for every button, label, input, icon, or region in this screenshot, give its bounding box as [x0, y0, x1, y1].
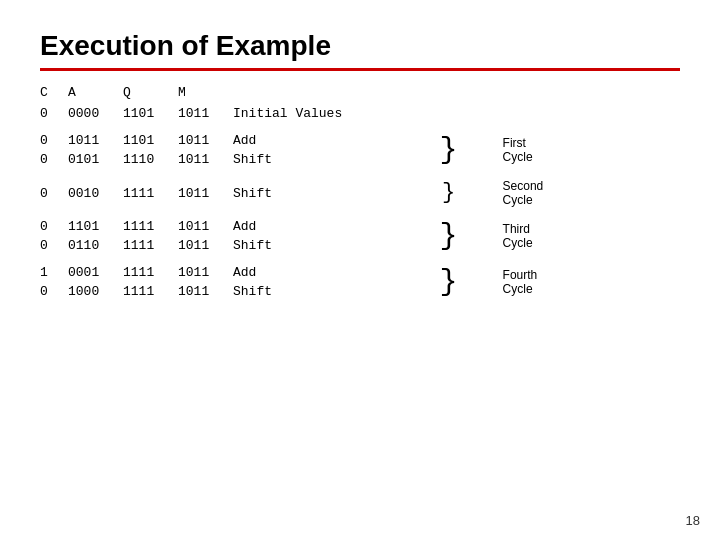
cell-c: 0: [40, 236, 68, 255]
cell-q: 1111: [123, 177, 178, 209]
cell-c: 0: [40, 104, 68, 123]
table-row: 0 0000 1101 1011 Initial Values: [40, 104, 680, 123]
cell-q: 1111: [123, 263, 178, 282]
cell-op: Shift: [233, 150, 405, 169]
col-header-m: M: [178, 85, 233, 104]
cell-c: 0: [40, 217, 68, 236]
col-header-a: A: [68, 85, 123, 104]
divider: [40, 68, 680, 71]
cycle-label: SecondCycle: [503, 177, 680, 209]
cell-c: 1: [40, 263, 68, 282]
cell-q: 1110: [123, 150, 178, 169]
cell-q: 1111: [123, 236, 178, 255]
cell-c: 0: [40, 282, 68, 301]
cell-op: Shift: [233, 236, 405, 255]
cell-a: 0000: [68, 104, 123, 123]
cycle-label: FourthCycle: [503, 263, 680, 301]
cell-q: 1111: [123, 282, 178, 301]
brace: }: [405, 217, 503, 255]
cell-m: 1011: [178, 177, 233, 209]
cell-c: 0: [40, 177, 68, 209]
cell-a: 0001: [68, 263, 123, 282]
cell-a: 1101: [68, 217, 123, 236]
cell-q: 1111: [123, 217, 178, 236]
cell-m: 1011: [178, 131, 233, 150]
page-number: 18: [686, 513, 700, 528]
cell-op: Add: [233, 217, 405, 236]
cell-op: Add: [233, 131, 405, 150]
cell-q: 1101: [123, 104, 178, 123]
col-header-c: C: [40, 85, 68, 104]
table-area: C A Q M 0 0000 1101 1011 Initial Values …: [40, 85, 680, 309]
cell-m: 1011: [178, 104, 233, 123]
table-row: 0 1101 1111 1011 Add } ThirdCycle: [40, 217, 680, 236]
cell-c: 0: [40, 131, 68, 150]
page: Execution of Example C A Q M 0 0000 1101…: [0, 0, 720, 540]
cell-a: 0101: [68, 150, 123, 169]
cell-m: 1011: [178, 217, 233, 236]
cell-m: 1011: [178, 263, 233, 282]
cell-a: 0110: [68, 236, 123, 255]
execution-table: C A Q M 0 0000 1101 1011 Initial Values …: [40, 85, 680, 309]
cell-m: 1011: [178, 236, 233, 255]
table-row: 0 0010 1111 1011 Shift } SecondCycle: [40, 177, 680, 209]
cycle-label: FirstCycle: [503, 131, 680, 169]
col-header-q: Q: [123, 85, 178, 104]
initial-values-label: Initial Values: [233, 104, 680, 123]
cell-a: 1011: [68, 131, 123, 150]
col-header-op: [233, 85, 680, 104]
cell-a: 0010: [68, 177, 123, 209]
cell-m: 1011: [178, 150, 233, 169]
page-title: Execution of Example: [40, 30, 680, 62]
brace: }: [405, 131, 503, 169]
cell-q: 1101: [123, 131, 178, 150]
cycle-label: ThirdCycle: [503, 217, 680, 255]
table-row: 0 1011 1101 1011 Add } FirstCycle: [40, 131, 680, 150]
table-row: 1 0001 1111 1011 Add } FourthCycle: [40, 263, 680, 282]
cell-m: 1011: [178, 282, 233, 301]
content-area: C A Q M 0 0000 1101 1011 Initial Values …: [40, 85, 680, 309]
cell-c: 0: [40, 150, 68, 169]
cell-a: 1000: [68, 282, 123, 301]
cell-op: Add: [233, 263, 405, 282]
table-header-row: C A Q M: [40, 85, 680, 104]
brace: }: [405, 177, 503, 209]
cell-op: Shift: [233, 177, 405, 209]
brace: }: [405, 263, 503, 301]
cell-op: Shift: [233, 282, 405, 301]
